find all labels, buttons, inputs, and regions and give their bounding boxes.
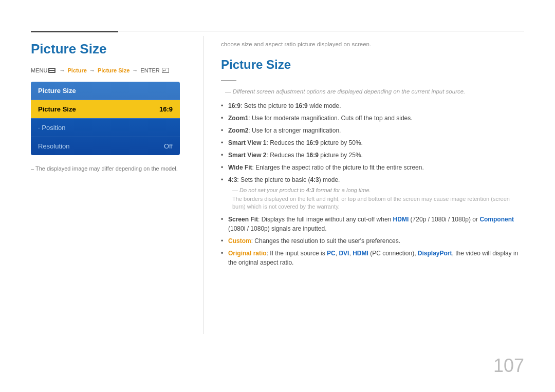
bullet-zoom1: Zoom1: Use for moderate magnification. C…	[221, 112, 524, 124]
tv-menu-item-resolution[interactable]: Resolution Off	[31, 137, 180, 155]
picture-link: Picture	[68, 67, 87, 73]
bullet-original-ratio: Original ratio: If the input source is P…	[221, 247, 524, 269]
position-label: Position	[38, 124, 65, 132]
resolution-label: Resolution	[38, 142, 69, 150]
picture-size-link: Picture Size	[98, 67, 130, 73]
right-divider	[221, 80, 236, 81]
arrow3: →	[131, 67, 139, 73]
bullet-wide-fit: Wide Fit: Enlarges the aspect ratio of t…	[221, 161, 524, 174]
bullet-screen-fit: Screen Fit: Displays the full image with…	[221, 213, 524, 235]
vertical-divider	[203, 36, 203, 334]
top-accent-bar	[31, 31, 118, 32]
tv-menu: Picture Size Picture Size 16:9 Position …	[31, 82, 180, 155]
page-number: 107	[493, 355, 524, 377]
bullet-list: 16:9: Sets the picture to 16:9 wide mode…	[221, 100, 524, 186]
bullet-43: 4:3: Sets the picture to basic (4:3) mod…	[221, 174, 524, 186]
tv-menu-header: Picture Size	[31, 82, 180, 100]
right-note: Different screen adjustment options are …	[221, 88, 524, 95]
menu-icon	[48, 68, 55, 73]
left-panel: Picture Size MENU → Picture → Picture Si…	[31, 41, 195, 172]
tv-menu-item-picture-size[interactable]: Picture Size 16:9	[31, 100, 180, 118]
bullet-list-2: Screen Fit: Displays the full image with…	[221, 213, 524, 269]
bullet-custom: Custom: Changes the resolution to suit t…	[221, 235, 524, 247]
page-title-right: Picture Size	[221, 58, 524, 72]
bullet-smart-view-1: Smart View 1: Reduces the 16:9 picture b…	[221, 137, 524, 149]
bullet-zoom2: Zoom2: Use for a stronger magnification.	[221, 124, 524, 137]
bullet-smart-view-2: Smart View 2: Reduces the 16:9 picture b…	[221, 149, 524, 161]
tv-menu-item-position[interactable]: Position	[31, 119, 180, 137]
right-intro: choose size and aspect ratio picture dis…	[221, 41, 524, 47]
sub-sub-note-43: The borders displayed on the left and ri…	[221, 195, 524, 211]
bullet-169-label: 16:9	[228, 102, 240, 109]
sub-note-43: Do not set your product to 4:3 format fo…	[221, 187, 524, 193]
bullet-169: 16:9: Sets the picture to 16:9 wide mode…	[221, 100, 524, 112]
page-title-left: Picture Size	[31, 41, 195, 57]
picture-size-label: Picture Size	[38, 105, 76, 113]
enter-label: ENTER	[140, 67, 159, 73]
arrow2: →	[88, 67, 97, 73]
picture-size-value: 16:9	[159, 105, 173, 113]
right-panel: choose size and aspect ratio picture dis…	[221, 41, 524, 269]
left-note: The displayed image may differ depending…	[31, 165, 195, 172]
resolution-value: Off	[164, 142, 173, 150]
menu-path: MENU → Picture → Picture Size → ENTER	[31, 67, 195, 73]
enter-icon	[162, 68, 169, 73]
menu-label: MENU	[31, 67, 47, 73]
arrow1: →	[58, 67, 66, 73]
